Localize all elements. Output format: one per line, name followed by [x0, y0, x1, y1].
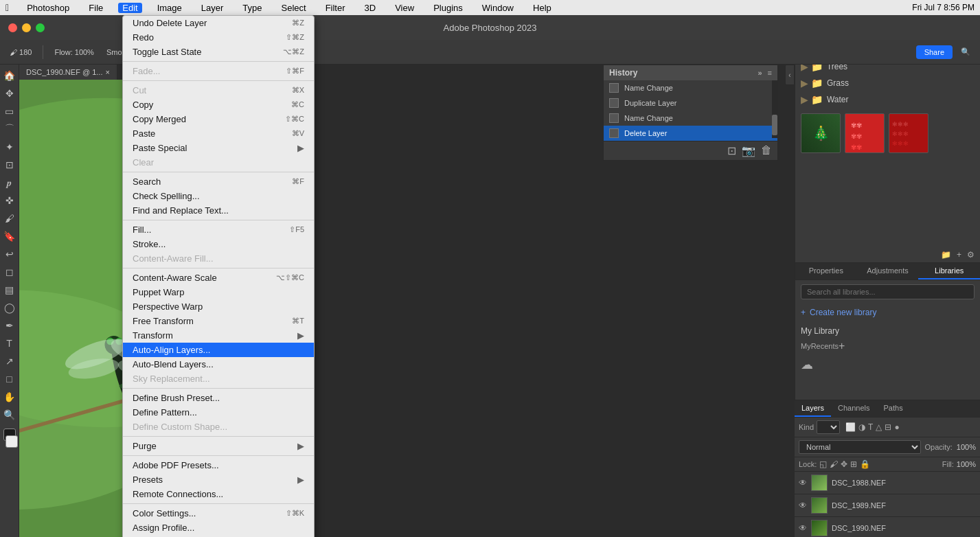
history-trash-btn[interactable]: 🗑	[761, 144, 772, 157]
menu-fade[interactable]: Fade... ⇧⌘F	[123, 64, 314, 78]
tab-channels[interactable]: Channels	[831, 400, 876, 417]
menubar-window[interactable]: Window	[478, 3, 518, 13]
flow-btn[interactable]: Flow: 100%	[50, 47, 98, 58]
gradient-tool[interactable]: ▤	[1, 282, 18, 298]
pattern-folder-water[interactable]: ▶ 📁 Water	[801, 91, 975, 108]
menubar-type[interactable]: Type	[238, 3, 266, 13]
menu-pdf-presets[interactable]: Adobe PDF Presets...	[123, 458, 314, 472]
menu-puppet-warp[interactable]: Puppet Warp	[123, 285, 314, 299]
eyedropper-tool[interactable]: 𝒑	[1, 174, 18, 191]
menu-define-brush[interactable]: Define Brush Preset...	[123, 391, 314, 405]
history-scrollthumb[interactable]	[772, 115, 777, 135]
tab-close-icon[interactable]: ×	[105, 68, 109, 76]
pattern-folder-grass[interactable]: ▶ 📁 Grass	[801, 75, 975, 91]
tab-libraries[interactable]: Libraries	[918, 263, 980, 279]
maximize-button[interactable]	[36, 23, 45, 32]
layer-icon-type[interactable]: T	[868, 422, 873, 432]
menu-auto-blend[interactable]: Auto-Blend Layers...	[123, 357, 314, 372]
select-tool[interactable]: ▭	[1, 103, 18, 119]
menu-transform[interactable]: Transform ▶	[123, 328, 314, 343]
menu-undo[interactable]: Undo Delete Layer ⌘Z	[123, 16, 314, 30]
menu-color-settings[interactable]: Color Settings... ⇧⌘K	[123, 506, 314, 521]
menu-stroke[interactable]: Stroke...	[123, 237, 314, 251]
layer-icon-smart[interactable]: ⊟	[885, 422, 891, 432]
pen-tool[interactable]: ✒	[1, 317, 18, 334]
menu-check-spelling[interactable]: Check Spelling...	[123, 189, 314, 203]
menu-define-pattern[interactable]: Define Pattern...	[123, 405, 314, 420]
history-camera-btn[interactable]: 📷	[742, 144, 755, 157]
menu-find-replace[interactable]: Find and Replace Text...	[123, 203, 314, 218]
menubar-select[interactable]: Select	[277, 3, 310, 13]
tab-paths[interactable]: Paths	[877, 400, 910, 417]
menu-copy[interactable]: Copy ⌘C	[123, 98, 314, 112]
lock-artboard-icon[interactable]: ⊞	[850, 459, 857, 469]
pattern-add-btn[interactable]: +	[957, 250, 961, 260]
pattern-thumb-1[interactable]: 🎄	[801, 113, 841, 153]
collapse-handle[interactable]: ‹	[785, 65, 795, 85]
menu-define-shape[interactable]: Define Custom Shape...	[123, 420, 314, 434]
crop-tool[interactable]: ⊡	[1, 157, 18, 173]
close-button[interactable]	[8, 23, 17, 32]
menubar-edit[interactable]: Edit	[118, 3, 141, 13]
menubar-help[interactable]: Help	[529, 3, 556, 13]
menubar-view[interactable]: View	[391, 3, 418, 13]
menu-copy-merged[interactable]: Copy Merged ⇧⌘C	[123, 112, 314, 126]
eraser-tool[interactable]: ◻	[1, 264, 18, 280]
magic-wand-tool[interactable]: ✦	[1, 139, 18, 155]
menu-perspective-warp[interactable]: Perspective Warp	[123, 299, 314, 314]
menu-presets[interactable]: Presets ▶	[123, 472, 314, 487]
menubar-3d[interactable]: 3D	[361, 3, 380, 13]
menu-clear[interactable]: Clear	[123, 155, 314, 170]
menu-purge[interactable]: Purge ▶	[123, 439, 314, 453]
my-recents-add-btn[interactable]: +	[839, 340, 845, 352]
pattern-thumb-2[interactable]: ✾✾ ✾✾ ✾✾	[845, 113, 885, 153]
pattern-menu-btn[interactable]: ⚙	[967, 250, 975, 260]
menubar-filter[interactable]: Filter	[321, 3, 350, 13]
history-new-snapshot-btn[interactable]: ⊡	[727, 144, 736, 157]
menu-remote-connections[interactable]: Remote Connections...	[123, 487, 314, 501]
menubar-layer[interactable]: Layer	[197, 3, 228, 13]
menu-paste-special[interactable]: Paste Special ▶	[123, 141, 314, 155]
libraries-search-input[interactable]	[801, 284, 975, 299]
history-item-1[interactable]: Name Change	[604, 80, 777, 95]
brush-tool[interactable]: 🖌	[1, 210, 18, 227]
create-library-btn[interactable]: + Create new library	[801, 305, 975, 320]
lock-image-icon[interactable]: 🖌	[830, 459, 838, 469]
shape-tool[interactable]: □	[1, 371, 18, 387]
lock-position-icon[interactable]: ✥	[841, 459, 847, 469]
tab-adjustments[interactable]: Adjustments	[857, 263, 919, 279]
brush-tool-btn[interactable]: 🖌 180	[5, 47, 36, 58]
tab-properties[interactable]: Properties	[795, 263, 857, 279]
layers-kind-select[interactable]	[817, 420, 840, 434]
history-expand-icon[interactable]: »	[757, 69, 762, 77]
layer-icon-image[interactable]: ⬜	[845, 422, 856, 432]
layer-item-3[interactable]: 👁 DSC_1990.NEF	[795, 517, 980, 537]
history-item-3[interactable]: Name Change	[604, 111, 777, 126]
lock-transparent-icon[interactable]: ◱	[819, 459, 827, 469]
tab-item[interactable]: DSC_1990.NEF @ 1... ×	[19, 65, 117, 80]
menu-free-transform[interactable]: Free Transform ⌘T	[123, 314, 314, 328]
menu-cut[interactable]: Cut ⌘X	[123, 83, 314, 98]
menu-redo[interactable]: Redo ⇧⌘Z	[123, 30, 314, 45]
tab-layers[interactable]: Layers	[795, 400, 831, 417]
layer-icon-effect[interactable]: ●	[894, 422, 899, 432]
history-brush-tool[interactable]: ↩	[1, 246, 18, 262]
dodge-tool[interactable]: ◯	[1, 299, 18, 316]
type-tool[interactable]: T	[1, 335, 18, 352]
pattern-thumb-3[interactable]: ✻✻✻ ✻✻✻ ✻✻✻	[889, 113, 928, 153]
menu-content-aware-scale[interactable]: Content-Aware Scale ⌥⇧⌘C	[123, 271, 314, 285]
search-button[interactable]: 🔍	[957, 46, 975, 58]
menu-auto-align[interactable]: Auto-Align Layers...	[123, 343, 314, 357]
move-tool[interactable]: ✥	[1, 85, 18, 102]
heal-tool[interactable]: ✜	[1, 192, 18, 209]
menu-content-aware-fill[interactable]: Content-Aware Fill...	[123, 251, 314, 266]
menu-toggle-last-state[interactable]: Toggle Last State ⌥⌘Z	[123, 45, 314, 59]
history-scrollbar[interactable]	[772, 80, 777, 138]
menu-paste[interactable]: Paste ⌘V	[123, 126, 314, 141]
lock-all-icon[interactable]: 🔒	[860, 459, 870, 469]
menu-fill[interactable]: Fill... ⇧F5	[123, 222, 314, 237]
apple-icon[interactable]: 	[5, 2, 9, 13]
layer-icon-adjust[interactable]: ◑	[858, 422, 865, 432]
menubar-file[interactable]: File	[84, 3, 107, 13]
minimize-button[interactable]	[22, 23, 31, 32]
